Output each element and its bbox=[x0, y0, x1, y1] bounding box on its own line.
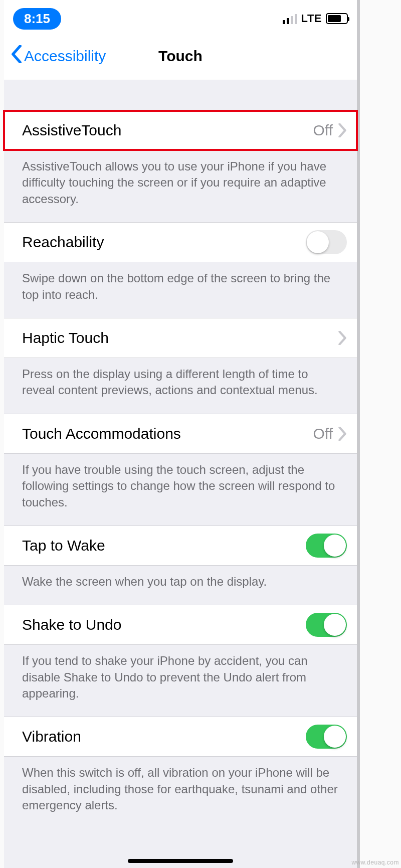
nav-bar: Accessibility Touch bbox=[4, 32, 357, 80]
toggle-tap-to-wake[interactable] bbox=[306, 534, 347, 558]
footer-reachability: Swipe down on the bottom edge of the scr… bbox=[4, 262, 357, 318]
row-vibration[interactable]: Vibration bbox=[4, 717, 357, 756]
row-touch-accommodations[interactable]: Touch Accommodations Off bbox=[4, 414, 357, 453]
row-haptic-touch[interactable]: Haptic Touch bbox=[4, 318, 357, 358]
footer-touch-accommodations: If you have trouble using the touch scre… bbox=[4, 454, 357, 526]
status-bar: 8:15 LTE bbox=[4, 0, 357, 32]
footer-tap-to-wake: Wake the screen when you tap on the disp… bbox=[4, 566, 357, 605]
network-type: LTE bbox=[301, 12, 322, 25]
row-label: Touch Accommodations bbox=[22, 425, 181, 442]
row-label: AssistiveTouch bbox=[22, 122, 121, 139]
row-label: Tap to Wake bbox=[22, 537, 105, 554]
row-assistivetouch[interactable]: AssistiveTouch Off bbox=[4, 111, 357, 150]
row-value: Off bbox=[313, 425, 333, 442]
row-value: Off bbox=[313, 122, 333, 139]
settings-touch-screen: 8:15 LTE Accessibility Touch AssistiveTo… bbox=[4, 0, 360, 868]
battery-icon bbox=[326, 13, 348, 24]
toggle-shake-to-undo[interactable] bbox=[306, 613, 347, 637]
cellular-signal-icon bbox=[283, 13, 297, 24]
row-shake-to-undo[interactable]: Shake to Undo bbox=[4, 605, 357, 644]
home-indicator bbox=[128, 859, 233, 863]
chevron-left-icon bbox=[11, 45, 22, 67]
toggle-vibration[interactable] bbox=[306, 725, 347, 749]
status-time: 8:15 bbox=[13, 8, 61, 30]
back-button[interactable]: Accessibility bbox=[11, 45, 106, 67]
watermark: www.deuaq.com bbox=[351, 859, 399, 866]
row-label: Reachability bbox=[22, 234, 104, 251]
row-tap-to-wake[interactable]: Tap to Wake bbox=[4, 526, 357, 565]
row-reachability[interactable]: Reachability bbox=[4, 223, 357, 262]
chevron-right-icon bbox=[338, 331, 347, 345]
footer-haptic-touch: Press on the display using a different l… bbox=[4, 358, 357, 414]
footer-assistivetouch: AssistiveTouch allows you to use your iP… bbox=[4, 150, 357, 222]
row-label: Vibration bbox=[22, 728, 81, 745]
row-label: Shake to Undo bbox=[22, 616, 121, 633]
footer-vibration: When this switch is off, all vibration o… bbox=[4, 757, 357, 838]
row-label: Haptic Touch bbox=[22, 329, 109, 346]
back-label: Accessibility bbox=[24, 48, 106, 65]
status-right: LTE bbox=[283, 12, 348, 25]
toggle-reachability[interactable] bbox=[306, 230, 347, 254]
chevron-right-icon bbox=[338, 123, 347, 137]
chevron-right-icon bbox=[338, 427, 347, 441]
footer-shake-to-undo: If you tend to shake your iPhone by acci… bbox=[4, 645, 357, 717]
